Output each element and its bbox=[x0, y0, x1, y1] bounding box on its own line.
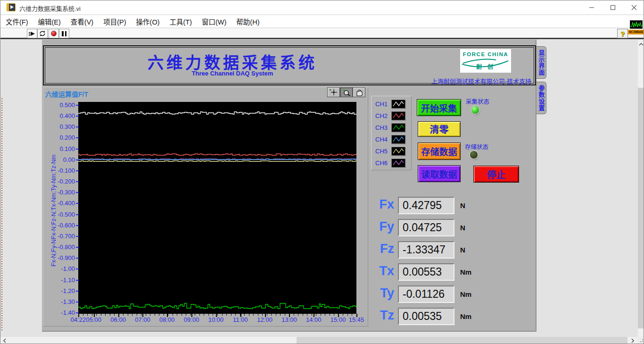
y-tick-mark bbox=[76, 312, 79, 313]
x-minor-tick bbox=[276, 314, 276, 316]
zero-button[interactable]: 清零 bbox=[418, 121, 461, 137]
y-tick-mark bbox=[76, 159, 79, 160]
tab-display-interface[interactable]: 显示界面 bbox=[537, 46, 546, 79]
fx-unit: N bbox=[460, 201, 465, 210]
pan-tool-button[interactable] bbox=[353, 87, 365, 97]
y-tick-mark bbox=[76, 302, 79, 302]
ch3-line-icon bbox=[391, 123, 405, 132]
menu-edit[interactable]: 编辑(E) bbox=[38, 17, 61, 26]
zoom-tool-button[interactable] bbox=[340, 87, 353, 97]
menu-tools[interactable]: 工具(T) bbox=[169, 17, 192, 26]
fz-label: Fz bbox=[359, 242, 394, 256]
y-tick-label: 0.00 bbox=[46, 156, 75, 164]
x-minor-tick bbox=[137, 314, 137, 316]
minimize-button[interactable] bbox=[581, 0, 602, 15]
chart-plot[interactable] bbox=[78, 102, 356, 314]
crosshair-icon bbox=[329, 89, 339, 96]
x-minor-tick bbox=[325, 314, 325, 316]
tab-parameter-settings[interactable]: 参数设置 bbox=[537, 82, 546, 114]
waveform-icon bbox=[630, 20, 643, 29]
scroll-right-button[interactable] bbox=[627, 337, 638, 344]
app-subtitle: Three Channel DAQ System bbox=[124, 70, 341, 77]
vertical-scrollbar[interactable] bbox=[638, 40, 644, 344]
x-minor-tick bbox=[87, 314, 88, 316]
y-tick-label: -0.100 bbox=[46, 167, 75, 175]
menu-file[interactable]: 文件(F) bbox=[6, 17, 28, 26]
y-tick-mark bbox=[76, 192, 79, 193]
chart-legend: CH1 CH2 CH3 CH4 CH5 CH6 bbox=[371, 96, 412, 170]
x-minor-tick bbox=[285, 314, 285, 316]
fx-value[interactable]: 0.42795 bbox=[398, 197, 454, 214]
trace-ch5 bbox=[78, 161, 356, 161]
tx-value[interactable]: 0.00553 bbox=[398, 263, 454, 281]
legend-item-ch4[interactable]: CH4 bbox=[375, 134, 411, 145]
x-minor-tick bbox=[330, 314, 330, 316]
x-minor-tick bbox=[298, 314, 298, 316]
x-minor-tick bbox=[307, 314, 307, 316]
x-minor-tick bbox=[155, 314, 155, 316]
maximize-button[interactable] bbox=[602, 0, 623, 15]
x-tick-label: 09:00 bbox=[181, 316, 202, 323]
menu-help[interactable]: 帮助(H) bbox=[236, 17, 259, 26]
run-button[interactable] bbox=[27, 29, 37, 38]
fz-value[interactable]: -1.33347 bbox=[398, 241, 454, 259]
x-minor-tick bbox=[190, 314, 191, 316]
legend-item-ch5[interactable]: CH5 bbox=[375, 145, 411, 157]
vi-icon-badge: NC3HDAQ bbox=[628, 20, 644, 35]
ch6-line-icon bbox=[391, 159, 405, 168]
x-minor-tick bbox=[271, 314, 272, 316]
magnifier-icon bbox=[342, 89, 351, 96]
menu-window[interactable]: 窗口(W) bbox=[202, 17, 226, 26]
vertical-scrollbar-thumb[interactable] bbox=[638, 88, 644, 328]
ty-value[interactable]: -0.01126 bbox=[398, 285, 454, 303]
legend-item-ch3[interactable]: CH3 bbox=[375, 122, 411, 134]
pause-icon bbox=[62, 31, 66, 36]
legend-item-ch2[interactable]: CH2 bbox=[375, 110, 411, 122]
legend-item-ch6[interactable]: CH6 bbox=[375, 157, 411, 169]
y-tick-mark bbox=[76, 170, 79, 171]
stop-button[interactable]: 停止 bbox=[473, 166, 519, 183]
y-tick-mark bbox=[76, 149, 79, 150]
store-data-button[interactable]: 存储数据 bbox=[418, 143, 461, 160]
x-tick-label: 15:00 bbox=[328, 316, 348, 323]
support-text: 上海耐创测试技术有限公司-技术支持 bbox=[431, 76, 531, 85]
read-data-button[interactable]: 读取数据 bbox=[418, 165, 461, 182]
y-tick-mark bbox=[76, 247, 79, 248]
pause-button[interactable] bbox=[59, 29, 69, 38]
horizontal-scrollbar[interactable] bbox=[0, 336, 638, 344]
abort-button[interactable] bbox=[49, 29, 59, 38]
cursor-tool-button[interactable] bbox=[327, 87, 340, 97]
x-tick-label: 10:00 bbox=[206, 316, 226, 323]
tz-value[interactable]: 0.00535 bbox=[398, 308, 454, 325]
menu-project[interactable]: 项目(P) bbox=[103, 17, 126, 26]
x-minor-tick bbox=[262, 314, 263, 316]
y-tick-mark bbox=[76, 137, 79, 138]
continuous-run-button[interactable] bbox=[37, 29, 48, 38]
x-minor-tick bbox=[182, 314, 182, 316]
header-box: 六维力数据采集系统 Three Channel DAQ System FORCE… bbox=[43, 45, 536, 85]
x-minor-tick bbox=[267, 314, 267, 316]
ch5-line-icon bbox=[391, 147, 405, 156]
scroll-left-button[interactable] bbox=[0, 337, 8, 344]
y-tick-label: 0.400 bbox=[46, 112, 75, 120]
ch4-line-icon bbox=[391, 135, 405, 144]
menu-view[interactable]: 查看(V) bbox=[71, 17, 93, 26]
x-minor-tick bbox=[222, 314, 223, 316]
context-help-button[interactable]: ? bbox=[617, 29, 628, 38]
y-tick-mark bbox=[76, 116, 79, 117]
x-minor-tick bbox=[110, 314, 110, 316]
close-button[interactable] bbox=[623, 0, 644, 15]
horizontal-scrollbar-thumb[interactable] bbox=[297, 337, 627, 344]
fy-value[interactable]: 0.04725 bbox=[398, 219, 454, 236]
x-minor-tick bbox=[321, 314, 321, 316]
start-acquisition-button[interactable]: 开始采集 bbox=[417, 99, 461, 116]
menu-operate[interactable]: 操作(O) bbox=[136, 17, 160, 26]
y-tick-label: -1.30 bbox=[46, 298, 75, 306]
scroll-up-button[interactable] bbox=[638, 40, 644, 48]
resize-grip[interactable] bbox=[638, 336, 644, 344]
legend-item-ch1[interactable]: CH1 bbox=[375, 98, 411, 110]
tx-label: Tx bbox=[359, 264, 394, 278]
x-tick-label: 14:00 bbox=[303, 316, 324, 323]
trace-ch1 bbox=[78, 112, 356, 114]
x-minor-tick bbox=[226, 314, 227, 316]
